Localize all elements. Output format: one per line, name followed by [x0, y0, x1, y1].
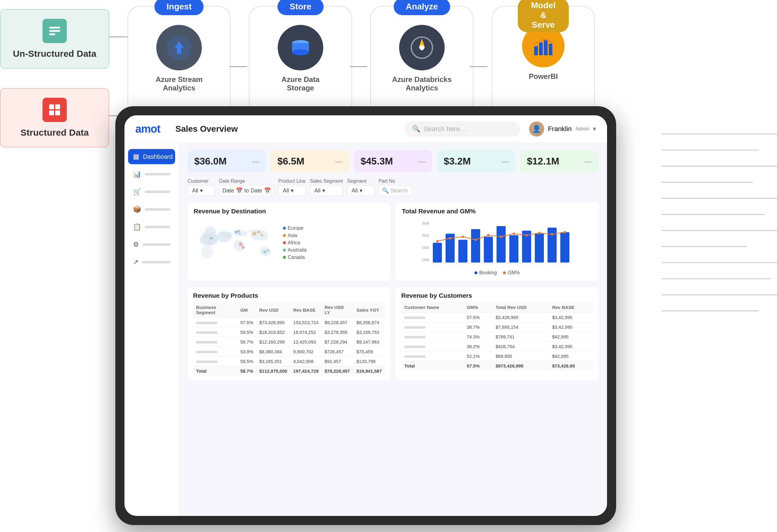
filter-sales-label: Sales Segment: [310, 179, 343, 184]
model-serve-title: PowerBI: [529, 72, 558, 81]
sidebar-item-dashboard[interactable]: ▦ Dashboard: [128, 149, 175, 164]
stage-store: Store Azure DataStorage: [249, 6, 352, 115]
rev-usd-3: $12,160,299: [256, 337, 290, 347]
filter-part-search[interactable]: 🔍 Search: [379, 185, 411, 196]
col-sales-yoy: Sales YOY: [354, 302, 385, 318]
kpi-value-2: $6.5M: [278, 156, 305, 167]
cust-rev-4: $426,754: [492, 342, 549, 351]
svg-text:300k: 300k: [422, 234, 429, 237]
customers-table: Customer Name GM% Total Rev USD Rev BASE…: [401, 302, 593, 370]
right-line-9: [662, 262, 777, 263]
sidebar-bar-4: [145, 226, 170, 228]
products-table: Business Segment GM Rev USD Rev BASE Rev…: [193, 302, 385, 376]
right-line-10: [662, 278, 771, 279]
h-line-3: [470, 66, 487, 67]
legend-booking-dot: [474, 271, 477, 274]
legend-canada-label: Canada: [288, 254, 305, 260]
tables-row: Revenue by Products Business Segment GM …: [188, 287, 598, 381]
kpi-card-2: $6.5M 〰: [271, 150, 349, 173]
sidebar-bar-6: [142, 261, 170, 263]
rev-base-2: 18,074,252: [290, 327, 321, 337]
sidebar-item-reports[interactable]: 📋: [128, 219, 175, 235]
page-title[interactable]: Sales Overview: [176, 124, 396, 134]
stage-ingest: Ingest Azure StreamAnalytics: [127, 6, 231, 115]
legend-gm-label: GM%: [508, 270, 520, 276]
filter-sales-select[interactable]: All ▾: [310, 185, 343, 196]
stage-analyze: Analyze Azure DatabricksAnalytics: [370, 6, 473, 115]
sidebar-item-cart[interactable]: 🛒: [128, 184, 175, 199]
yoy-1: $8,256,874: [354, 318, 385, 327]
chevron-icon-4: ▾: [360, 187, 362, 194]
rev-ly-3: $7,228,294: [322, 337, 354, 347]
cust-bar-1: [401, 313, 464, 322]
svg-rect-39: [484, 237, 493, 262]
kpi-value-3: $45.3M: [360, 156, 393, 167]
svg-text:150k: 150k: [422, 258, 429, 261]
cust-gm-1: 57.5%: [464, 313, 492, 322]
export-icon: ↗: [133, 258, 138, 266]
cust-bar-2: [401, 322, 464, 332]
search-icon-filter: 🔍: [382, 187, 389, 194]
legend-asia: Asia: [283, 233, 307, 238]
analyze-title: Azure DatabricksAnalytics: [392, 75, 452, 92]
svg-rect-44: [548, 228, 557, 262]
search-placeholder: Search here...: [423, 125, 465, 133]
filter-part-label: Part No: [379, 179, 411, 184]
gm-1: 57.5%: [237, 318, 256, 327]
rev-base-5: 4,042,908: [290, 356, 321, 366]
cust-bar-3: [401, 332, 464, 342]
pipeline-stages: Ingest Azure StreamAnalytics Store Azure…: [127, 6, 595, 115]
svg-rect-16: [549, 44, 552, 55]
svg-point-48: [462, 235, 464, 238]
cust-base-5: $42,995: [549, 351, 593, 361]
sidebar-item-product[interactable]: 📦: [128, 202, 175, 217]
sidebar-item-export[interactable]: ↗: [128, 254, 175, 270]
col-rev-usd: Rev USD: [256, 302, 290, 318]
store-title: Azure DataStorage: [282, 75, 319, 92]
products-table-header: Business Segment GM Rev USD Rev BASE Rev…: [193, 302, 385, 318]
store-badge: Store: [278, 0, 324, 15]
segment-bar-2: [193, 327, 237, 337]
chevron-icon: ▾: [200, 187, 203, 194]
date-range-select[interactable]: Date 📅 to Date 📅: [219, 185, 274, 196]
unstructured-data-source: Un-Structured Data: [0, 9, 109, 69]
customers-table-card: Revenue by Customers Customer Name GM% T…: [396, 287, 598, 381]
customers-table-header: Customer Name GM% Total Rev USD Rev BASE: [401, 302, 593, 313]
table-row-total: Total 58.7% $112,975,000 197,424,729 $78…: [193, 366, 385, 376]
chevron-down-icon[interactable]: ▾: [593, 125, 596, 133]
filter-sales-segment: Sales Segment All ▾: [310, 179, 343, 196]
table-row: 53.9% $8,360,384 9,900,702 $728,457 $75,…: [193, 347, 385, 356]
sidebar-item-analytics[interactable]: 📊: [128, 167, 175, 182]
svg-rect-14: [539, 42, 543, 55]
legend-australia-dot: [283, 248, 286, 251]
filter-product-select[interactable]: All ▾: [278, 185, 306, 196]
search-icon: 🔍: [412, 125, 420, 133]
destination-chart-title: Revenue by Destination: [194, 208, 384, 215]
search-text: Search: [391, 188, 408, 194]
legend-australia-label: Australia: [288, 247, 307, 253]
filter-customer-select[interactable]: All ▾: [188, 185, 215, 196]
segment-bar-5: [193, 356, 237, 366]
table-row: 57.5% $73,426,995 153,523,724 $9,228,457…: [193, 318, 385, 327]
structured-data-source: Structured Data: [0, 88, 109, 147]
kpi-card-3: $45.3M 〰: [354, 150, 432, 173]
legend-australia: Australia: [283, 247, 307, 253]
segment-bar-4: [193, 347, 237, 356]
svg-point-10: [292, 49, 309, 55]
filter-segment-select[interactable]: All ▾: [347, 185, 374, 196]
svg-rect-37: [458, 240, 467, 262]
filter-product-line: Product Line All ▾: [278, 179, 306, 196]
total-rev-ly: $78,228,457: [322, 366, 354, 376]
map-svg: [194, 218, 279, 267]
gm-5: 58.5%: [237, 356, 256, 366]
yoy-4: $75,459: [354, 347, 385, 356]
col-rev-base: Rev BASE: [290, 302, 321, 318]
customers-table-title: Revenue by Customers: [401, 292, 593, 299]
sidebar-bar-2: [145, 191, 170, 193]
col-cust-rev-base: Rev BASE: [549, 302, 593, 313]
legend-europe-dot: [283, 227, 286, 230]
sidebar-item-settings[interactable]: ⚙: [128, 237, 175, 252]
svg-point-56: [564, 231, 566, 233]
search-bar[interactable]: 🔍 Search here...: [405, 122, 520, 136]
ingest-icon: [156, 25, 202, 71]
